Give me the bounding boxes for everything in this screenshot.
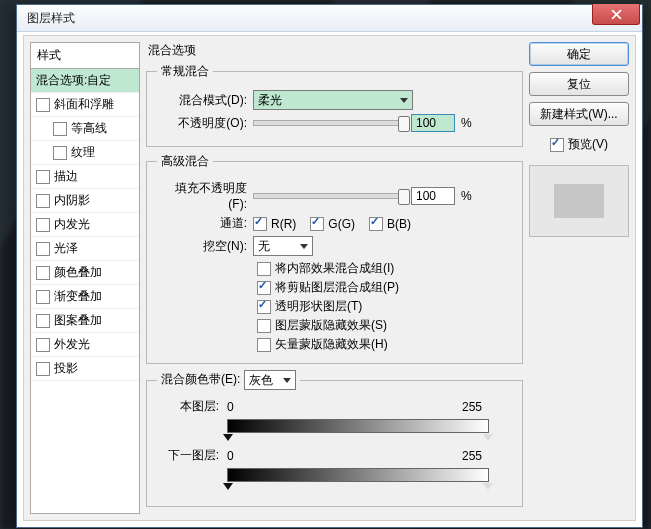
style-item-label: 斜面和浮雕: [54, 96, 114, 113]
style-item-checkbox[interactable]: [36, 194, 50, 208]
chevron-down-icon: [300, 244, 308, 249]
style-item-checkbox[interactable]: [36, 242, 50, 256]
close-button[interactable]: [592, 4, 640, 25]
style-item-label: 外发光: [54, 336, 90, 353]
styles-list: 样式 混合选项:自定斜面和浮雕等高线纹理描边内阴影内发光光泽颜色叠加渐变叠加图案…: [30, 42, 140, 514]
this-layer-high: 255: [462, 400, 512, 414]
under-layer-high: 255: [462, 449, 512, 463]
style-item-label: 投影: [54, 360, 78, 377]
fill-opacity-slider[interactable]: [253, 193, 405, 199]
advanced-option[interactable]: 图层蒙版隐藏效果(S): [257, 317, 512, 334]
this-layer-gradient[interactable]: [227, 419, 489, 433]
style-item-label: 等高线: [71, 120, 107, 137]
style-item-label: 内阴影: [54, 192, 90, 209]
style-item-checkbox[interactable]: [53, 122, 67, 136]
checkbox-icon: [257, 300, 271, 314]
style-item-checkbox[interactable]: [36, 314, 50, 328]
advanced-blending-group: 高级混合 填充不透明度(F): 100 % 通道: R(R) G(G) B(B): [146, 153, 523, 364]
style-item[interactable]: 内阴影: [31, 189, 139, 213]
channels-label: 通道:: [157, 215, 247, 232]
style-item-checkbox[interactable]: [36, 290, 50, 304]
opacity-label: 不透明度(O):: [157, 115, 247, 132]
client-area: 样式 混合选项:自定斜面和浮雕等高线纹理描边内阴影内发光光泽颜色叠加渐变叠加图案…: [23, 35, 636, 521]
under-layer-label: 下一图层:: [157, 447, 227, 464]
style-item[interactable]: 颜色叠加: [31, 261, 139, 285]
style-item[interactable]: 斜面和浮雕: [31, 93, 139, 117]
chevron-down-icon: [283, 378, 291, 383]
advanced-option-label: 透明形状图层(T): [275, 298, 362, 315]
opacity-input[interactable]: 100: [411, 114, 455, 132]
layer-style-dialog: 图层样式 样式 混合选项:自定斜面和浮雕等高线纹理描边内阴影内发光光泽颜色叠加渐…: [16, 4, 643, 528]
style-item[interactable]: 内发光: [31, 213, 139, 237]
style-item-label: 渐变叠加: [54, 288, 102, 305]
styles-header: 样式: [31, 43, 139, 69]
style-item[interactable]: 外发光: [31, 333, 139, 357]
blend-if-select[interactable]: 灰色: [244, 370, 296, 390]
style-item[interactable]: 混合选项:自定: [31, 69, 139, 93]
opacity-suffix: %: [461, 116, 472, 130]
style-item-label: 图案叠加: [54, 312, 102, 329]
knockout-value: 无: [258, 238, 270, 255]
cancel-button[interactable]: 复位: [529, 72, 629, 96]
advanced-option-label: 将内部效果混合成组(I): [275, 260, 394, 277]
advanced-option-label: 矢量蒙版隐藏效果(H): [275, 336, 388, 353]
this-layer-low: 0: [227, 400, 277, 414]
right-column: 确定 复位 新建样式(W)... ✓ 预览(V): [529, 42, 629, 514]
style-item-checkbox[interactable]: [53, 146, 67, 160]
style-item-checkbox[interactable]: [36, 98, 50, 112]
blend-mode-value: 柔光: [258, 92, 282, 109]
style-item-checkbox[interactable]: [36, 266, 50, 280]
advanced-option[interactable]: 将剪贴图层混合成组(P): [257, 279, 512, 296]
style-item[interactable]: 纹理: [31, 141, 139, 165]
style-item[interactable]: 图案叠加: [31, 309, 139, 333]
knockout-select[interactable]: 无: [253, 236, 313, 256]
advanced-option-label: 图层蒙版隐藏效果(S): [275, 317, 387, 334]
style-item-checkbox[interactable]: [36, 170, 50, 184]
advanced-option[interactable]: 透明形状图层(T): [257, 298, 512, 315]
opacity-slider[interactable]: [253, 120, 405, 126]
style-item-label: 描边: [54, 168, 78, 185]
checkbox-icon: [257, 319, 271, 333]
checkbox-icon: [257, 338, 271, 352]
style-item[interactable]: 描边: [31, 165, 139, 189]
under-layer-gradient[interactable]: [227, 468, 489, 482]
style-item-label: 内发光: [54, 216, 90, 233]
channel-g-checkbox[interactable]: G(G): [310, 217, 355, 231]
this-layer-label: 本图层:: [157, 398, 227, 415]
new-style-button[interactable]: 新建样式(W)...: [529, 102, 629, 126]
fill-opacity-label: 填充不透明度(F):: [157, 180, 247, 211]
fill-opacity-input[interactable]: 100: [411, 187, 455, 205]
blend-if-group: 混合颜色带(E): 灰色 本图层: 0 255: [146, 370, 523, 507]
channel-b-checkbox[interactable]: B(B): [369, 217, 411, 231]
style-item[interactable]: 渐变叠加: [31, 285, 139, 309]
checkbox-icon: [257, 281, 271, 295]
window-title: 图层样式: [27, 10, 75, 27]
under-layer-low: 0: [227, 449, 277, 463]
style-item-checkbox[interactable]: [36, 218, 50, 232]
blend-if-legend: 混合颜色带(E): 灰色: [157, 370, 300, 390]
style-item-checkbox[interactable]: [36, 362, 50, 376]
preview-thumbnail: [529, 165, 629, 237]
channel-r-checkbox[interactable]: R(R): [253, 217, 296, 231]
blend-mode-select[interactable]: 柔光: [253, 90, 413, 110]
style-item[interactable]: 投影: [31, 357, 139, 381]
preview-checkbox[interactable]: ✓ 预览(V): [529, 136, 629, 153]
style-item[interactable]: 等高线: [31, 117, 139, 141]
style-item-label: 纹理: [71, 144, 95, 161]
ok-button[interactable]: 确定: [529, 42, 629, 66]
general-blending-group: 常规混合 混合模式(D): 柔光 不透明度(O): 100 %: [146, 63, 523, 147]
style-item-checkbox[interactable]: [36, 338, 50, 352]
advanced-option-label: 将剪贴图层混合成组(P): [275, 279, 399, 296]
titlebar[interactable]: 图层样式: [17, 5, 642, 32]
fill-opacity-suffix: %: [461, 189, 472, 203]
advanced-option[interactable]: 矢量蒙版隐藏效果(H): [257, 336, 512, 353]
close-icon: [611, 9, 622, 20]
section-heading: 混合选项: [148, 42, 523, 59]
advanced-blending-legend: 高级混合: [157, 153, 213, 170]
general-blending-legend: 常规混合: [157, 63, 213, 80]
style-item[interactable]: 光泽: [31, 237, 139, 261]
checkbox-icon: [257, 262, 271, 276]
style-item-label: 颜色叠加: [54, 264, 102, 281]
advanced-option[interactable]: 将内部效果混合成组(I): [257, 260, 512, 277]
chevron-down-icon: [400, 98, 408, 103]
